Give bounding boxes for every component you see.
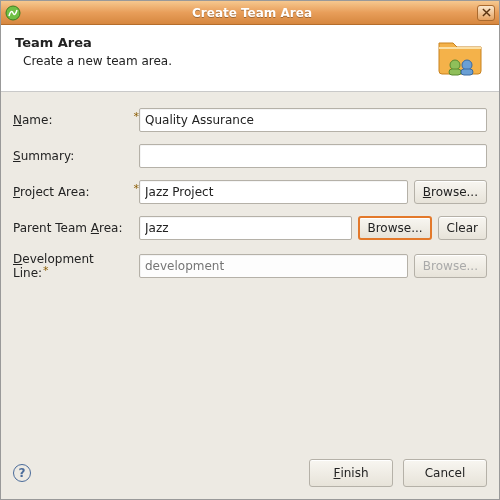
browse-project-button[interactable]: Browse... <box>414 180 487 204</box>
banner-text: Team Area Create a new team area. <box>15 35 172 68</box>
titlebar: Create Team Area <box>1 1 499 25</box>
summary-input[interactable] <box>139 144 487 168</box>
banner: Team Area Create a new team area. <box>1 25 499 92</box>
row-project: Project Area: * Browse... <box>13 180 487 204</box>
close-button[interactable] <box>477 5 495 21</box>
required-marker: * <box>131 182 139 195</box>
help-icon[interactable]: ? <box>13 464 31 482</box>
row-name: Name: * <box>13 108 487 132</box>
label-summary: Summary: <box>13 149 131 163</box>
svg-rect-4 <box>461 69 473 75</box>
finish-button[interactable]: Finish <box>309 459 393 487</box>
banner-heading: Team Area <box>15 35 172 50</box>
parent-team-area-input[interactable] <box>139 216 352 240</box>
row-summary: Summary: <box>13 144 487 168</box>
development-line-input <box>139 254 408 278</box>
label-name: Name: <box>13 113 131 127</box>
label-project: Project Area: <box>13 185 131 199</box>
banner-subtext: Create a new team area. <box>23 54 172 68</box>
project-area-input[interactable] <box>139 180 408 204</box>
required-marker: * <box>43 264 49 277</box>
app-icon <box>5 5 21 21</box>
browse-parent-button[interactable]: Browse... <box>358 216 431 240</box>
label-parent: Parent Team Area: <box>13 221 131 235</box>
window-title: Create Team Area <box>27 6 477 20</box>
form: Name: * Summary: Project Area: * Browse.… <box>1 92 499 300</box>
team-folder-icon <box>437 35 485 77</box>
row-parent: Parent Team Area: Browse... Clear <box>13 216 487 240</box>
name-input[interactable] <box>139 108 487 132</box>
footer: ? Finish Cancel <box>1 449 499 499</box>
cancel-button[interactable]: Cancel <box>403 459 487 487</box>
svg-rect-3 <box>449 69 461 75</box>
clear-button[interactable]: Clear <box>438 216 487 240</box>
label-devline: Development Line:* <box>13 252 131 280</box>
browse-devline-button: Browse... <box>414 254 487 278</box>
row-devline: Development Line:* Browse... <box>13 252 487 280</box>
dialog-window: Create Team Area Team Area Create a new … <box>0 0 500 500</box>
required-marker: * <box>131 110 139 123</box>
